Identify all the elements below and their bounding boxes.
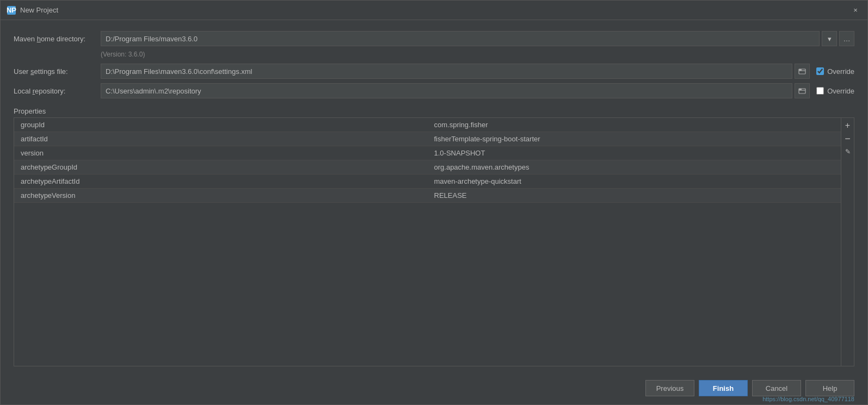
title-bar: NP New Project ×	[1, 1, 867, 20]
maven-home-label: Maven home directory:	[14, 35, 101, 43]
table-row[interactable]: archetypeVersion RELEASE	[14, 189, 841, 203]
new-project-dialog: NP New Project × Maven home directory: ▾…	[0, 0, 868, 405]
table-row[interactable]: artifactId fisherTemplate-spring-boot-st…	[14, 132, 841, 146]
svg-rect-1	[799, 69, 802, 71]
property-value: maven-archetype-quickstart	[428, 177, 841, 185]
remove-property-button[interactable]: −	[842, 133, 853, 144]
property-value: fisherTemplate-spring-boot-starter	[428, 135, 841, 143]
property-value: RELEASE	[428, 191, 841, 200]
user-settings-override-checkbox[interactable]	[816, 67, 824, 75]
property-value: 1.0-SNAPSHOT	[428, 149, 841, 157]
local-repo-browse-button[interactable]	[795, 83, 810, 98]
local-repo-override-label[interactable]: Override	[827, 87, 854, 95]
footer-link[interactable]: https://blog.csdn.net/qq_40977118	[762, 396, 854, 402]
table-row[interactable]: archetypeGroupId org.apache.maven.archet…	[14, 160, 841, 175]
property-key: groupId	[14, 121, 428, 129]
properties-title: Properties	[14, 107, 854, 115]
user-settings-label: User settings file:	[14, 67, 101, 76]
dialog-title: New Project	[20, 6, 58, 14]
previous-button[interactable]: Previous	[645, 380, 694, 396]
table-row[interactable]: version 1.0-SNAPSHOT	[14, 146, 841, 160]
finish-button[interactable]: Finish	[699, 380, 748, 396]
user-settings-browse-button[interactable]	[795, 64, 810, 79]
maven-home-dropdown-button[interactable]: ▾	[822, 31, 837, 46]
property-value: com.spring.fisher	[428, 121, 841, 129]
property-key: archetypeVersion	[14, 191, 428, 200]
table-row[interactable]: groupId com.spring.fisher	[14, 118, 841, 132]
user-settings-input-group: Override	[101, 64, 854, 79]
local-repo-override-checkbox[interactable]	[816, 87, 824, 95]
help-button[interactable]: Help	[805, 380, 854, 396]
user-settings-row: User settings file: Override	[14, 64, 854, 79]
property-value: org.apache.maven.archetypes	[428, 163, 841, 171]
local-repo-row: Local repository: Override	[14, 83, 854, 98]
maven-home-input-group: ▾ …	[101, 31, 854, 46]
properties-list: groupId com.spring.fisher artifactId fis…	[14, 118, 841, 366]
title-bar-left: NP New Project	[7, 6, 58, 15]
user-settings-override-label[interactable]: Override	[827, 67, 854, 76]
dialog-content: Maven home directory: ▾ … (Version: 3.6.…	[1, 20, 867, 372]
maven-version-text: (Version: 3.6.0)	[101, 51, 854, 58]
maven-home-browse-button[interactable]: …	[839, 31, 854, 46]
properties-section: Properties groupId com.spring.fisher art…	[14, 107, 854, 366]
table-row[interactable]: archetypeArtifactId maven-archetype-quic…	[14, 175, 841, 189]
local-repo-label: Local repository:	[14, 87, 101, 95]
property-key: version	[14, 149, 428, 157]
user-settings-override-group: Override	[816, 67, 854, 76]
close-button[interactable]: ×	[850, 5, 861, 16]
properties-table: groupId com.spring.fisher artifactId fis…	[14, 117, 854, 366]
local-repo-input[interactable]	[101, 83, 792, 98]
add-property-button[interactable]: +	[842, 120, 853, 131]
cancel-button[interactable]: Cancel	[752, 380, 801, 396]
local-repo-input-group: Override	[101, 83, 854, 98]
dialog-footer: Previous Finish Cancel Help https://blog…	[1, 372, 867, 404]
edit-property-button[interactable]: ✎	[842, 146, 853, 157]
maven-home-row: Maven home directory: ▾ …	[14, 31, 854, 46]
local-repo-override-group: Override	[816, 87, 854, 95]
maven-home-input[interactable]	[101, 31, 820, 46]
properties-toolbar: + − ✎	[841, 118, 854, 366]
dialog-icon: NP	[7, 6, 16, 15]
svg-rect-3	[799, 89, 802, 90]
property-key: archetypeGroupId	[14, 163, 428, 171]
property-key: artifactId	[14, 135, 428, 143]
property-key: archetypeArtifactId	[14, 177, 428, 185]
user-settings-input[interactable]	[101, 64, 792, 79]
